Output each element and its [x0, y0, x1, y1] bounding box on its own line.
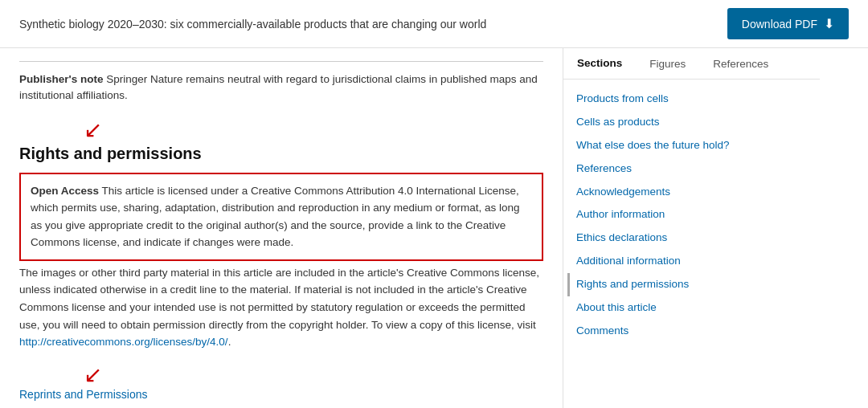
sidebar-item-cells-as-products[interactable]: Cells as products	[576, 111, 820, 134]
sidebar-item-future[interactable]: What else does the future hold?	[576, 134, 820, 157]
license-link[interactable]: http://creativecommons.org/licenses/by/4…	[19, 336, 228, 348]
arrow-indicator-1: ↙	[19, 119, 543, 141]
main-content: Publisher's note Springer Nature remains…	[0, 48, 868, 408]
divider	[19, 61, 543, 62]
arrow-icon-2: ↙	[84, 364, 543, 386]
download-pdf-button[interactable]: Download PDF ⬇	[727, 8, 849, 39]
sidebar-item-rights-and-permissions[interactable]: Rights and permissions	[567, 273, 820, 296]
article-body: Publisher's note Springer Nature remains…	[0, 48, 563, 408]
highlighted-text: This article is licensed under a Creativ…	[31, 185, 520, 249]
sidebar-nav: Products from cells Cells as products Wh…	[563, 80, 820, 351]
highlighted-box: Open Access This article is licensed und…	[19, 173, 543, 261]
period: .	[228, 336, 231, 348]
sidebar-item-ethics-declarations[interactable]: Ethics declarations	[576, 226, 820, 250]
section-title: Rights and permissions	[19, 145, 543, 163]
sidebar-item-comments[interactable]: Comments	[576, 320, 820, 343]
reprints-link[interactable]: Reprints and Permissions	[19, 388, 148, 401]
sidebar-item-author-information[interactable]: Author information	[576, 203, 820, 226]
tab-figures[interactable]: Figures	[636, 48, 699, 79]
download-icon: ⬇	[824, 16, 834, 31]
sidebar-tabs: Sections Figures References	[563, 48, 820, 80]
sidebar-item-additional-information[interactable]: Additional information	[576, 250, 820, 273]
open-access-label: Open Access	[31, 185, 99, 197]
sidebar: Sections Figures References Products fro…	[563, 48, 820, 408]
arrow-icon-1: ↙	[84, 119, 102, 141]
body-text: The images or other third party material…	[19, 264, 543, 351]
tab-sections[interactable]: Sections	[563, 48, 636, 79]
publisher-note-label: Publisher's note	[19, 73, 103, 85]
download-label: Download PDF	[742, 18, 817, 31]
sidebar-item-products-from-cells[interactable]: Products from cells	[576, 88, 820, 111]
article-title: Synthetic biology 2020–2030: six commerc…	[19, 18, 486, 31]
tab-references[interactable]: References	[699, 48, 782, 79]
sidebar-item-acknowledgements[interactable]: Acknowledgements	[576, 181, 820, 204]
top-bar: Synthetic biology 2020–2030: six commerc…	[0, 0, 868, 48]
sidebar-item-references[interactable]: References	[576, 157, 820, 181]
sidebar-item-about-article[interactable]: About this article	[576, 296, 820, 320]
body-text-content: The images or other third party material…	[19, 267, 539, 331]
publisher-note: Publisher's note Springer Nature remains…	[19, 71, 543, 104]
